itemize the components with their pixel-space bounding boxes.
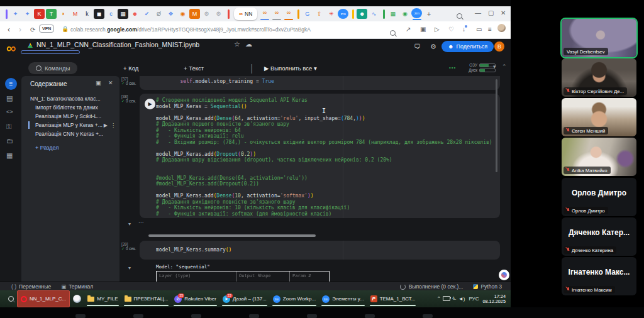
commands-button[interactable]: Команды bbox=[28, 62, 77, 74]
popout-video-icon[interactable]: ▭ bbox=[476, 26, 482, 33]
toc-item[interactable]: Імпорт бібліотек та даних ▶⋮ bbox=[23, 103, 119, 112]
pinned-tab[interactable]: ☻ bbox=[130, 9, 140, 19]
taskbar-zoom-elements[interactable]: zmЭлементы у... bbox=[319, 291, 367, 307]
send-icon[interactable]: ▷ bbox=[435, 26, 440, 33]
participant-tile[interactable]: Орлов Дмитро Орлов Дмитро bbox=[562, 178, 636, 216]
pinned-tab[interactable]: Ø bbox=[153, 9, 164, 19]
comments-icon[interactable]: 🗨 bbox=[414, 43, 421, 50]
pinned-tab[interactable]: ❖ bbox=[165, 9, 176, 19]
toc-item[interactable]: Реалізація CNN у Keras +... ▶⋮ bbox=[23, 129, 119, 138]
favorite-icon[interactable]: ♡ bbox=[448, 26, 454, 33]
resources-dropdown-icon[interactable]: ▾ bbox=[493, 63, 496, 70]
code-cell[interactable]: self.model.stop_training = True bbox=[140, 76, 500, 90]
notebook-scrollbar[interactable] bbox=[496, 79, 497, 172]
pinned-tab[interactable]: G bbox=[302, 9, 313, 19]
sidebar-files-icon[interactable]: 🗀 bbox=[6, 137, 13, 145]
taskbar-powerpoint[interactable]: PТЕМА_1_ВСТ... bbox=[367, 291, 419, 307]
participant-tile[interactable]: Євген Менший bbox=[562, 98, 636, 136]
new-tab-button[interactable]: + bbox=[423, 9, 434, 19]
download-icon[interactable]: ↓ bbox=[462, 26, 465, 33]
pinned-tab[interactable]: ✔ bbox=[142, 9, 152, 19]
profile-avatar[interactable] bbox=[497, 24, 506, 32]
pinned-tab[interactable]: k bbox=[82, 9, 92, 19]
tray-expand-icon[interactable]: ⌃ bbox=[437, 296, 441, 302]
run-section-icon[interactable]: ▶ bbox=[104, 123, 108, 128]
vpn-badge[interactable]: VPN bbox=[39, 25, 54, 33]
add-section-button[interactable]: + Раздел bbox=[35, 145, 59, 151]
pinned-tab[interactable]: ⇧ bbox=[314, 9, 325, 19]
pinned-tab[interactable]: c bbox=[106, 9, 116, 19]
tab-group-indicator[interactable] bbox=[6, 9, 8, 19]
pinned-tab[interactable]: ∞ bbox=[283, 8, 294, 18]
pinned-tab[interactable]: ◼ bbox=[94, 9, 104, 19]
pinned-tab[interactable]: K bbox=[34, 9, 45, 19]
camera-icon[interactable]: ▣ bbox=[420, 26, 426, 33]
tab-group-indicator[interactable] bbox=[297, 9, 299, 19]
connect-dots-icon[interactable]: ••• bbox=[449, 65, 456, 70]
account-avatar[interactable]: B bbox=[494, 41, 504, 52]
pinned-tab[interactable]: ⚙ bbox=[201, 9, 212, 19]
add-text-button[interactable]: + Текст bbox=[184, 65, 204, 72]
terminal-button[interactable]: ▣Терминал bbox=[61, 283, 93, 290]
star-icon[interactable]: ☆ bbox=[234, 40, 240, 48]
taskbar-zoom-workplace[interactable]: zmZoom Workp... bbox=[270, 291, 319, 307]
active-tab[interactable]: ∞NN bbox=[234, 8, 257, 20]
toc-item[interactable]: NN_1: Багатокласова клас... ▶⋮ bbox=[23, 94, 119, 103]
sidebar-secrets-icon[interactable]: ⚿ bbox=[6, 123, 11, 131]
url-text[interactable]: colab.research.google.com/drive/1aRPvHty… bbox=[70, 26, 311, 33]
share-page-icon[interactable]: ↗ bbox=[406, 26, 411, 33]
volume-icon[interactable]: ◄) bbox=[458, 296, 465, 302]
code-cell[interactable]: model_MLP_Keras.summary() bbox=[140, 241, 500, 260]
sidebar-code-snippets-icon[interactable]: <> bbox=[6, 109, 13, 115]
collapse-header-icon[interactable]: ⌃ bbox=[502, 63, 507, 70]
gemini-button[interactable] bbox=[499, 270, 509, 280]
lock-icon[interactable]: 🔒 bbox=[62, 26, 69, 32]
pinned-tab[interactable]: ◉ bbox=[399, 9, 410, 19]
taskbar-presentations[interactable]: ПРЕЗЕНТАЦ... bbox=[121, 291, 172, 307]
kernel-status[interactable]: Python 3 bbox=[473, 283, 502, 290]
language-indicator[interactable]: РУС bbox=[469, 296, 479, 302]
forward-icon[interactable]: › bbox=[19, 25, 21, 34]
pinned-tab[interactable]: ∿ bbox=[369, 9, 379, 19]
share-button[interactable]: ☻Поделиться bbox=[441, 41, 494, 52]
pinned-tab[interactable]: ☻ bbox=[357, 9, 367, 19]
close-button[interactable]: ✕ bbox=[501, 9, 506, 16]
battery-icon[interactable] bbox=[443, 296, 450, 302]
output-hscrollbar[interactable] bbox=[148, 234, 316, 237]
output-menu-icon[interactable]: ⋯ bbox=[138, 220, 143, 226]
sidebar-find-icon[interactable]: ▤ bbox=[6, 94, 13, 102]
section-more-icon[interactable]: ⋮ bbox=[111, 123, 116, 128]
participant-tile[interactable]: Vasyl Derbentsev bbox=[562, 19, 636, 57]
colab-logo[interactable]: ∞ bbox=[6, 41, 16, 55]
pinned-tab[interactable]: M bbox=[189, 9, 200, 19]
notebook-title[interactable]: NN_1_MLP_CNN_Classification_Fashion_MNIS… bbox=[36, 41, 199, 48]
pinned-tab[interactable]: ✦ bbox=[22, 9, 33, 19]
run-all-button[interactable]: ▶ Выполнить все ▾ bbox=[264, 65, 317, 72]
code-cell[interactable]: ▶ # Створення послідовної моделі Sequent… bbox=[140, 94, 500, 218]
toc-item[interactable]: Реалізація MLP у Keras +... ▶⋮ bbox=[23, 121, 119, 129]
pinned-tab[interactable]: zm bbox=[411, 8, 422, 18]
tab-group-indicator[interactable] bbox=[352, 9, 354, 19]
zoom-page-icon[interactable] bbox=[390, 27, 396, 38]
sidebar-toc-icon[interactable]: ≡ bbox=[5, 78, 17, 90]
taskbar-search[interactable] bbox=[5, 291, 17, 307]
collapse-output-icon[interactable]: ▾ bbox=[128, 221, 131, 227]
minimize-button[interactable]: — bbox=[475, 9, 481, 16]
collapse-output-icon[interactable]: ▾ bbox=[128, 265, 131, 271]
participant-tile[interactable]: Дяченко Катер... Дяченко Катерина bbox=[562, 217, 636, 256]
tray-clock[interactable]: 17:2408.12.2025 bbox=[482, 294, 506, 304]
taskbar-telegram[interactable]: ➤23Дазай – (137... bbox=[219, 291, 270, 307]
tab-group-indicator[interactable] bbox=[383, 9, 385, 19]
taskbar-opera[interactable]: NN_1_MLP_C... bbox=[17, 290, 70, 307]
taskbar-viber[interactable]: ✆35Rakuten Viber bbox=[171, 291, 219, 307]
participant-tile[interactable]: Anika Матвийко bbox=[562, 138, 636, 176]
toc-item[interactable]: Реалізація MLP у Scikit-L... ▶⋮ bbox=[23, 112, 119, 121]
pinned-tab[interactable]: ✳ bbox=[326, 9, 336, 19]
restore-button[interactable]: ▢ bbox=[488, 9, 494, 16]
pinned-tab[interactable]: ▦ bbox=[118, 9, 128, 19]
cloud-save-icon[interactable]: ☁ bbox=[245, 40, 252, 48]
pinned-tab[interactable]: ∞ bbox=[271, 8, 282, 18]
toc-open-icon[interactable]: ▣ bbox=[96, 80, 101, 86]
pinned-tab[interactable]: ▦ bbox=[387, 9, 398, 19]
participant-tile[interactable]: Ігнатенко Макс... Ігнатенко Максим bbox=[562, 257, 636, 295]
